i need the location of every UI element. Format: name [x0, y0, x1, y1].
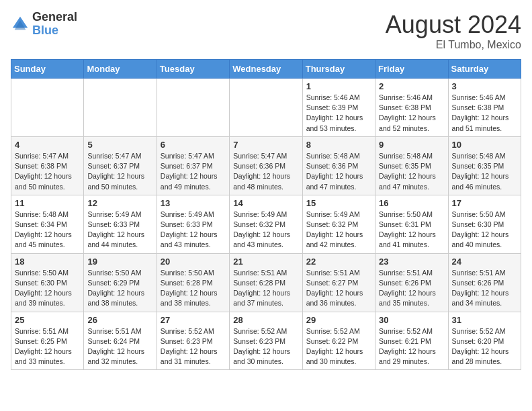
day-number: 20	[161, 257, 226, 267]
day-info: Sunrise: 5:47 AM Sunset: 6:37 PM Dayligh…	[161, 151, 226, 192]
day-number: 13	[161, 198, 226, 208]
calendar-cell: 13Sunrise: 5:49 AM Sunset: 6:33 PM Dayli…	[157, 195, 229, 253]
day-number: 25	[15, 315, 80, 325]
main-title: August 2024	[386, 11, 521, 39]
calendar-cell: 7Sunrise: 5:47 AM Sunset: 6:36 PM Daylig…	[230, 136, 302, 195]
day-info: Sunrise: 5:50 AM Sunset: 6:28 PM Dayligh…	[161, 268, 226, 309]
calendar-cell	[84, 79, 157, 137]
day-number: 7	[233, 140, 298, 150]
calendar-cell: 24Sunrise: 5:51 AM Sunset: 6:26 PM Dayli…	[448, 253, 521, 312]
calendar-cell	[157, 79, 229, 137]
day-number: 27	[161, 315, 226, 325]
day-info: Sunrise: 5:48 AM Sunset: 6:34 PM Dayligh…	[15, 210, 80, 250]
weekday-header-wednesday: Wednesday	[230, 60, 302, 79]
day-info: Sunrise: 5:48 AM Sunset: 6:35 PM Dayligh…	[379, 151, 444, 192]
calendar-body: 1Sunrise: 5:46 AM Sunset: 6:39 PM Daylig…	[11, 79, 521, 370]
calendar-cell	[11, 79, 84, 137]
calendar-cell: 23Sunrise: 5:51 AM Sunset: 6:26 PM Dayli…	[375, 253, 448, 312]
day-info: Sunrise: 5:46 AM Sunset: 6:38 PM Dayligh…	[379, 93, 444, 134]
calendar-cell: 26Sunrise: 5:51 AM Sunset: 6:24 PM Dayli…	[84, 312, 157, 370]
calendar-cell: 5Sunrise: 5:47 AM Sunset: 6:37 PM Daylig…	[84, 136, 157, 195]
day-info: Sunrise: 5:52 AM Sunset: 6:20 PM Dayligh…	[452, 326, 517, 367]
day-number: 30	[379, 315, 444, 325]
weekday-header-thursday: Thursday	[302, 60, 375, 79]
day-number: 26	[87, 315, 152, 325]
day-info: Sunrise: 5:48 AM Sunset: 6:36 PM Dayligh…	[306, 151, 371, 192]
day-number: 1	[306, 81, 371, 91]
day-number: 23	[379, 257, 444, 267]
calendar-cell: 22Sunrise: 5:51 AM Sunset: 6:27 PM Dayli…	[302, 253, 375, 312]
day-info: Sunrise: 5:51 AM Sunset: 6:24 PM Dayligh…	[87, 326, 152, 367]
week-row-3: 11Sunrise: 5:48 AM Sunset: 6:34 PM Dayli…	[11, 195, 521, 253]
calendar-cell: 19Sunrise: 5:50 AM Sunset: 6:29 PM Dayli…	[84, 253, 157, 312]
day-info: Sunrise: 5:51 AM Sunset: 6:26 PM Dayligh…	[379, 268, 444, 309]
calendar-cell: 4Sunrise: 5:47 AM Sunset: 6:38 PM Daylig…	[11, 136, 84, 195]
calendar-cell: 25Sunrise: 5:51 AM Sunset: 6:25 PM Dayli…	[11, 312, 84, 370]
day-number: 10	[452, 140, 517, 150]
calendar-cell: 31Sunrise: 5:52 AM Sunset: 6:20 PM Dayli…	[448, 312, 521, 370]
day-info: Sunrise: 5:51 AM Sunset: 6:28 PM Dayligh…	[233, 268, 298, 309]
day-number: 16	[379, 198, 444, 208]
day-number: 9	[379, 140, 444, 150]
day-info: Sunrise: 5:49 AM Sunset: 6:33 PM Dayligh…	[161, 210, 226, 250]
day-info: Sunrise: 5:51 AM Sunset: 6:25 PM Dayligh…	[15, 326, 80, 367]
day-info: Sunrise: 5:49 AM Sunset: 6:32 PM Dayligh…	[306, 210, 371, 250]
week-row-4: 18Sunrise: 5:50 AM Sunset: 6:30 PM Dayli…	[11, 253, 521, 312]
calendar-cell: 1Sunrise: 5:46 AM Sunset: 6:39 PM Daylig…	[302, 79, 375, 137]
day-info: Sunrise: 5:52 AM Sunset: 6:23 PM Dayligh…	[161, 326, 226, 367]
day-info: Sunrise: 5:50 AM Sunset: 6:30 PM Dayligh…	[15, 268, 80, 309]
title-block: August 2024 El Tumbo, Mexico	[386, 11, 521, 51]
day-number: 24	[452, 257, 517, 267]
day-info: Sunrise: 5:48 AM Sunset: 6:35 PM Dayligh…	[452, 151, 517, 192]
calendar-cell: 11Sunrise: 5:48 AM Sunset: 6:34 PM Dayli…	[11, 195, 84, 253]
calendar-table: SundayMondayTuesdayWednesdayThursdayFrid…	[11, 59, 521, 370]
day-number: 19	[87, 257, 152, 267]
day-info: Sunrise: 5:52 AM Sunset: 6:23 PM Dayligh…	[233, 326, 298, 367]
day-number: 11	[15, 198, 80, 208]
calendar-header: SundayMondayTuesdayWednesdayThursdayFrid…	[11, 60, 521, 79]
calendar-cell: 17Sunrise: 5:50 AM Sunset: 6:30 PM Dayli…	[448, 195, 521, 253]
day-number: 14	[233, 198, 298, 208]
calendar-cell: 15Sunrise: 5:49 AM Sunset: 6:32 PM Dayli…	[302, 195, 375, 253]
page-header: General Blue August 2024 El Tumbo, Mexic…	[11, 11, 521, 51]
day-number: 4	[15, 140, 80, 150]
weekday-header-monday: Monday	[84, 60, 157, 79]
day-info: Sunrise: 5:47 AM Sunset: 6:38 PM Dayligh…	[15, 151, 80, 192]
day-number: 21	[233, 257, 298, 267]
day-number: 29	[306, 315, 371, 325]
day-number: 3	[452, 81, 517, 91]
day-info: Sunrise: 5:50 AM Sunset: 6:31 PM Dayligh…	[379, 210, 444, 250]
weekday-header-sunday: Sunday	[11, 60, 84, 79]
day-info: Sunrise: 5:51 AM Sunset: 6:26 PM Dayligh…	[452, 268, 517, 309]
weekday-header-tuesday: Tuesday	[157, 60, 229, 79]
day-info: Sunrise: 5:50 AM Sunset: 6:30 PM Dayligh…	[452, 210, 517, 250]
day-info: Sunrise: 5:49 AM Sunset: 6:33 PM Dayligh…	[87, 210, 152, 250]
logo-line2: Blue	[32, 24, 77, 38]
day-info: Sunrise: 5:51 AM Sunset: 6:27 PM Dayligh…	[306, 268, 371, 309]
day-number: 8	[306, 140, 371, 150]
calendar-cell: 2Sunrise: 5:46 AM Sunset: 6:38 PM Daylig…	[375, 79, 448, 137]
day-info: Sunrise: 5:46 AM Sunset: 6:39 PM Dayligh…	[306, 93, 371, 134]
calendar-cell: 30Sunrise: 5:52 AM Sunset: 6:21 PM Dayli…	[375, 312, 448, 370]
calendar-cell: 12Sunrise: 5:49 AM Sunset: 6:33 PM Dayli…	[84, 195, 157, 253]
calendar-cell: 21Sunrise: 5:51 AM Sunset: 6:28 PM Dayli…	[230, 253, 302, 312]
day-info: Sunrise: 5:46 AM Sunset: 6:38 PM Dayligh…	[452, 93, 517, 134]
day-info: Sunrise: 5:49 AM Sunset: 6:32 PM Dayligh…	[233, 210, 298, 250]
logo-icon	[11, 15, 30, 34]
day-info: Sunrise: 5:52 AM Sunset: 6:21 PM Dayligh…	[379, 326, 444, 367]
day-number: 31	[452, 315, 517, 325]
calendar-cell	[230, 79, 302, 137]
day-number: 18	[15, 257, 80, 267]
logo: General Blue	[11, 11, 77, 38]
day-info: Sunrise: 5:47 AM Sunset: 6:37 PM Dayligh…	[87, 151, 152, 192]
week-row-2: 4Sunrise: 5:47 AM Sunset: 6:38 PM Daylig…	[11, 136, 521, 195]
day-number: 28	[233, 315, 298, 325]
week-row-1: 1Sunrise: 5:46 AM Sunset: 6:39 PM Daylig…	[11, 79, 521, 137]
day-info: Sunrise: 5:50 AM Sunset: 6:29 PM Dayligh…	[87, 268, 152, 309]
calendar-cell: 27Sunrise: 5:52 AM Sunset: 6:23 PM Dayli…	[157, 312, 229, 370]
weekday-header-row: SundayMondayTuesdayWednesdayThursdayFrid…	[11, 60, 521, 79]
week-row-5: 25Sunrise: 5:51 AM Sunset: 6:25 PM Dayli…	[11, 312, 521, 370]
calendar-cell: 14Sunrise: 5:49 AM Sunset: 6:32 PM Dayli…	[230, 195, 302, 253]
calendar-cell: 29Sunrise: 5:52 AM Sunset: 6:22 PM Dayli…	[302, 312, 375, 370]
calendar-cell: 8Sunrise: 5:48 AM Sunset: 6:36 PM Daylig…	[302, 136, 375, 195]
